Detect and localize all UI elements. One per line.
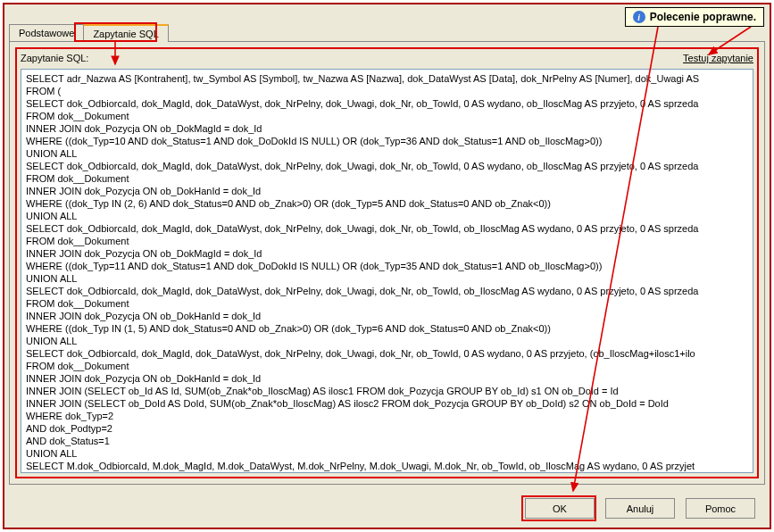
sql-textarea[interactable]: SELECT adr_Nazwa AS [Kontrahent], tw_Sym… xyxy=(21,69,753,473)
button-bar: OK Anuluj Pomoc xyxy=(525,498,755,519)
dialog-frame: i Polecenie poprawne. Podstawowe Zapytan… xyxy=(3,3,771,529)
info-icon: i xyxy=(633,11,645,23)
ok-button[interactable]: OK xyxy=(525,498,595,519)
tab-basic[interactable]: Podstawowe xyxy=(9,24,84,42)
validation-tooltip: i Polecenie poprawne. xyxy=(625,7,764,27)
cancel-button[interactable]: Anuluj xyxy=(605,498,675,519)
tooltip-text: Polecenie poprawne. xyxy=(650,11,756,23)
tabs: Podstawowe Zapytanie SQL xyxy=(9,24,168,42)
help-button[interactable]: Pomoc xyxy=(686,498,755,519)
tab-sql[interactable]: Zapytanie SQL xyxy=(83,24,168,42)
sql-label: Zapytanie SQL: xyxy=(21,53,88,63)
test-query-link[interactable]: Testuj zapytanie xyxy=(683,53,753,63)
sql-panel: Zapytanie SQL: Testuj zapytanie SELECT a… xyxy=(9,41,765,485)
